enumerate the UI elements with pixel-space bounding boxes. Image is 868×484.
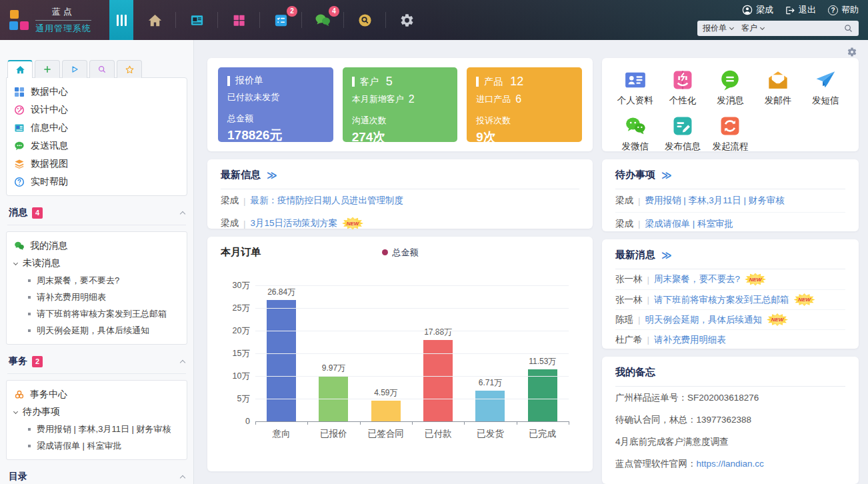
tasks-section-header[interactable]: 事务 2 [7, 355, 186, 374]
settings-button[interactable] [395, 8, 419, 32]
current-user-link[interactable]: 梁成 [742, 4, 773, 16]
chart-bar[interactable] [475, 391, 505, 421]
message-link[interactable]: 请下班前将审核方案发到王总邮箱 [654, 294, 789, 306]
todo-items-node[interactable]: 待办事项 [14, 403, 179, 421]
action-send-wechat[interactable]: 发微信 [611, 115, 659, 153]
content-toolbar [207, 45, 859, 58]
nav-divider [217, 12, 218, 28]
more-link[interactable]: ≫ [661, 169, 672, 181]
collapse-icon[interactable] [180, 211, 185, 217]
message-link[interactable]: 周末聚餐，要不要去? [654, 273, 740, 285]
x-axis-tick [464, 421, 465, 425]
memo-line: 4月底前完成客户满意度调查 [615, 431, 845, 453]
tasks-button[interactable]: 2 [269, 8, 293, 32]
sidebar-item-label: 实时帮助 [31, 176, 68, 188]
home-icon [147, 13, 163, 28]
todo-link[interactable]: 费用报销 | 李林,3月11日 | 财务审核 [645, 195, 785, 207]
chart-bar[interactable] [528, 369, 557, 421]
publish-icon [671, 115, 694, 137]
sidebar-item-live-help[interactable]: 实时帮助 [14, 173, 179, 191]
sidebar-tab-home[interactable] [7, 60, 33, 78]
chart-bar[interactable] [267, 300, 296, 422]
action-send-message[interactable]: 发消息 [707, 69, 754, 107]
help-link[interactable]: ? 帮助 [828, 4, 859, 16]
unread-message-item[interactable]: 周末聚餐，要不要去? [14, 272, 179, 289]
apps-grid-button[interactable] [227, 8, 251, 32]
data-center-icon [14, 87, 25, 97]
sidebar-tab-add[interactable] [35, 60, 60, 78]
sidebar-item-data-center[interactable]: 数据中心 [14, 83, 179, 101]
chart-title: 本月订单 [221, 246, 261, 259]
unread-message-item[interactable]: 明天例会延期，具体后续通知 [14, 322, 179, 339]
author-name: 张一林 [615, 273, 643, 285]
unread-message-item[interactable]: 请下班前将审核方案发到王总邮箱 [14, 305, 179, 322]
sidebar-item-info-center[interactable]: 信息中心 [14, 119, 179, 137]
search-filter-customer-dropdown[interactable]: 客户 [741, 23, 764, 34]
search-icon[interactable] [843, 23, 853, 33]
separator: | [638, 315, 641, 325]
nav-right: 梁成 退出 ? 帮助 报价单 客户 [697, 0, 868, 40]
message-link[interactable]: 请补充费用明细表 [654, 334, 726, 346]
info-link[interactable]: 3月15日活动策划方案 [251, 217, 338, 229]
chart-bar[interactable] [423, 340, 453, 421]
unread-message-item[interactable]: 请补充费用明细表 [14, 289, 179, 305]
action-start-workflow[interactable]: 发起流程 [707, 115, 754, 153]
send-message-icon [14, 141, 25, 151]
sidebar-item-design-center[interactable]: 设计中心 [14, 101, 179, 119]
messages-button[interactable]: 4 [311, 8, 335, 32]
more-link[interactable]: ≫ [267, 169, 277, 181]
title-bar-icon [352, 77, 355, 87]
action-profile[interactable]: 个人资料 [611, 69, 659, 107]
info-link[interactable]: 最新：疫情防控日期人员进出管理制度 [251, 195, 404, 207]
separator: | [243, 219, 246, 229]
sidebar-item-data-views[interactable]: 数据视图 [14, 155, 179, 173]
orders-chart-panel: 本月订单 总金额 26.84万9.97万4.59万17.88万6.71万11.5… [207, 237, 593, 471]
message-text: 请下班前将审核方案发到王总邮箱 [37, 308, 167, 320]
news-icon [189, 13, 205, 28]
task-center-item[interactable]: 事务中心 [14, 386, 179, 403]
search-input[interactable] [772, 24, 843, 33]
todo-item[interactable]: 梁成请假单 | 科室审批 [14, 437, 179, 454]
chart-plot: 26.84万9.97万4.59万17.88万6.71万11.53万 30万25万… [255, 285, 569, 422]
x-axis-tick-label: 已报价 [307, 428, 359, 440]
collapse-icon[interactable] [180, 475, 185, 481]
action-publish-info[interactable]: 发布信息 [659, 115, 706, 153]
todo-link[interactable]: 梁成请假单 | 科室审批 [645, 218, 734, 230]
news-button[interactable] [185, 8, 209, 32]
sidebar-tab-search[interactable] [89, 60, 115, 78]
message-link[interactable]: 明天例会延期，具体后续通知 [645, 314, 763, 326]
todo-item[interactable]: 费用报销 | 李林,3月11日 | 财务审核 [14, 421, 179, 437]
app-logo[interactable]: 蓝点 通用管理系统 [0, 0, 105, 40]
action-label: 发微信 [621, 141, 649, 153]
sidebar-tab-favorites[interactable] [117, 60, 142, 78]
memo-link[interactable]: https://landian.cc [697, 459, 764, 469]
user-icon [742, 5, 753, 15]
nav-active-module-button[interactable] [109, 0, 133, 40]
catalog-section-header[interactable]: 目录 [7, 471, 186, 484]
page-settings-gear-icon[interactable] [847, 47, 857, 57]
collapse-icon[interactable] [180, 360, 185, 365]
chart-bar[interactable] [371, 401, 401, 421]
stat-card-customers[interactable]: 客户5 本月新增客户2 沟通次数 274次 [343, 67, 458, 142]
quick-search-button[interactable] [353, 8, 377, 32]
sidebar-tab-run[interactable] [62, 60, 87, 78]
home-button[interactable] [143, 8, 167, 32]
action-send-email[interactable]: 发邮件 [754, 69, 801, 107]
my-messages-item[interactable]: 我的消息 [14, 237, 179, 255]
chart-legend: 总金额 [221, 247, 579, 259]
logout-link[interactable]: 退出 [785, 4, 816, 16]
sidebar-item-send-message[interactable]: 发送讯息 [14, 137, 179, 155]
info-item: 梁成| 3月15日活动策划方案 NEW [221, 212, 579, 235]
stat-card-quotes[interactable]: 报价单 已付款未发货 总金额 178826元 [218, 67, 333, 142]
more-link[interactable]: ≫ [661, 249, 672, 261]
action-personalize[interactable]: 个性化 [659, 69, 706, 107]
y-axis-tick-label: 5万 [221, 393, 250, 405]
x-axis-tick [569, 421, 569, 425]
search-filter-quote-dropdown[interactable]: 报价单 [703, 23, 733, 34]
order-chart: 26.84万9.97万4.59万17.88万6.71万11.53万 30万25万… [221, 285, 579, 440]
stat-card-products[interactable]: 产品12 进口产品6 投诉次数 9次 [467, 67, 582, 142]
messages-section-header[interactable]: 消息 4 [7, 207, 186, 225]
unread-messages-item[interactable]: 未读消息 [14, 255, 179, 272]
action-send-sms[interactable]: 发短信 [802, 69, 849, 107]
message-text: 周末聚餐，要不要去? [37, 275, 119, 287]
